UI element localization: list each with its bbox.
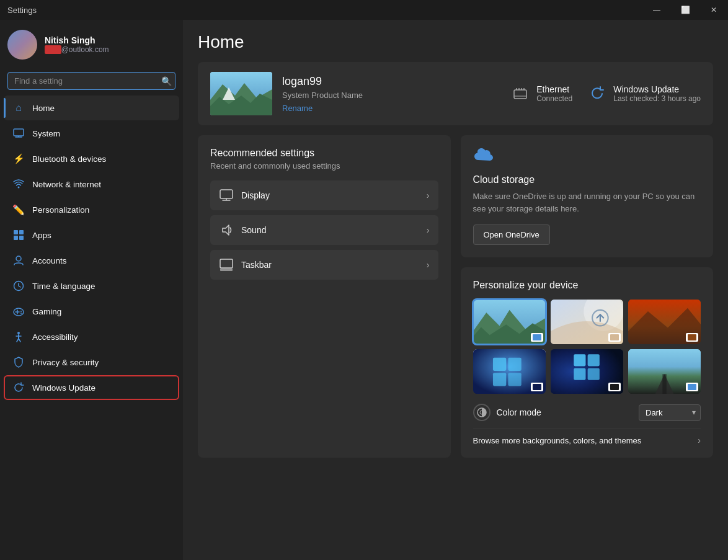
minimize-button[interactable]: —	[642, 0, 671, 20]
sidebar-item-label: Time & language	[32, 282, 95, 291]
titlebar: Settings — ⬜ ✕	[0, 0, 728, 20]
svg-rect-48	[587, 354, 599, 366]
user-profile[interactable]: Nitish Singh @outlook.com	[0, 20, 183, 69]
recommended-subtitle: Recent and commonly used settings	[210, 161, 438, 171]
wallpaper-2[interactable]	[551, 300, 623, 344]
settings-item-sound[interactable]: Sound ›	[210, 215, 438, 245]
color-mode-dropdown[interactable]: Dark Light Custom	[639, 404, 701, 421]
wallpaper-4[interactable]	[473, 349, 546, 394]
right-panel: Cloud storage Make sure OneDrive is up a…	[461, 135, 714, 458]
color-mode-row: Color mode Dark Light Custom	[473, 404, 701, 421]
search-box: 🔍	[7, 72, 175, 90]
content-grid: Recommended settings Recent and commonly…	[198, 135, 713, 458]
sidebar-item-label: Apps	[32, 231, 51, 240]
wallpaper-5[interactable]	[551, 349, 623, 394]
sidebar: Nitish Singh @outlook.com 🔍 ⌂ Home	[0, 20, 183, 560]
sidebar-item-update[interactable]: Windows Update	[4, 375, 179, 400]
settings-item-sound-left: Sound	[219, 223, 266, 238]
svg-rect-5	[19, 230, 24, 234]
sidebar-item-time[interactable]: Time & language	[4, 273, 179, 298]
sidebar-item-label: System	[32, 129, 60, 138]
browse-themes-row[interactable]: Browse more backgrounds, colors, and the…	[473, 429, 701, 445]
cloud-desc: Make sure OneDrive is up and running on …	[473, 190, 701, 215]
device-thumbnail	[210, 72, 272, 115]
taskbar-chevron: ›	[427, 260, 430, 270]
ethernet-status: Ethernet Connected	[510, 84, 572, 104]
svg-rect-49	[574, 368, 585, 380]
cloud-title: Cloud storage	[473, 174, 701, 185]
system-icon	[12, 127, 25, 140]
gaming-icon	[12, 305, 25, 318]
svg-point-8	[16, 256, 21, 261]
svg-rect-45	[508, 373, 521, 386]
user-email: @outlook.com	[45, 45, 175, 54]
wallpaper-1[interactable]	[473, 300, 546, 344]
windows-update-subtitle: Last checked: 3 hours ago	[613, 94, 701, 103]
svg-rect-31	[220, 269, 233, 271]
nav-list: ⌂ Home System ⚡ Bluetooth & devices	[0, 95, 183, 560]
sidebar-item-gaming[interactable]: Gaming	[4, 299, 179, 324]
sidebar-item-bluetooth[interactable]: ⚡ Bluetooth & devices	[4, 146, 179, 171]
sidebar-item-accounts[interactable]: Accounts	[4, 248, 179, 273]
device-status-group: Ethernet Connected Windows Update Las	[510, 84, 701, 104]
sidebar-item-label: Accessibility	[32, 332, 78, 342]
privacy-icon	[12, 356, 25, 368]
svg-point-13	[20, 311, 22, 312]
sidebar-item-network[interactable]: Network & internet	[4, 172, 179, 197]
sidebar-item-label: Gaming	[32, 307, 61, 316]
ethernet-title: Ethernet	[536, 84, 572, 94]
search-icon: 🔍	[161, 76, 172, 86]
device-model: System Product Name	[282, 91, 500, 100]
display-label: Display	[241, 190, 270, 200]
svg-rect-44	[492, 373, 505, 386]
maximize-button[interactable]: ⬜	[671, 0, 699, 20]
wallpaper-2-badge	[608, 333, 621, 342]
network-icon	[12, 178, 25, 190]
svg-rect-42	[492, 358, 505, 371]
browse-themes-chevron: ›	[698, 435, 701, 445]
sidebar-item-personalization[interactable]: ✏️ Personalization	[4, 197, 179, 222]
svg-rect-6	[14, 236, 18, 240]
svg-point-14	[20, 313, 22, 314]
recommended-card: Recommended settings Recent and commonly…	[198, 135, 451, 458]
sidebar-item-home[interactable]: ⌂ Home	[4, 96, 179, 120]
wallpaper-1-badge	[531, 333, 543, 342]
color-mode-dropdown-wrapper[interactable]: Dark Light Custom	[639, 404, 701, 421]
personalize-card: Personalize your device	[461, 267, 714, 458]
windows-update-info: Windows Update Last checked: 3 hours ago	[613, 84, 701, 103]
svg-rect-7	[19, 236, 24, 240]
sound-label: Sound	[241, 225, 266, 235]
app-container: Nitish Singh @outlook.com 🔍 ⌂ Home	[0, 20, 728, 560]
ethernet-info: Ethernet Connected	[536, 84, 572, 103]
page-title: Home	[198, 32, 713, 52]
avatar	[7, 30, 37, 60]
display-icon	[219, 188, 234, 203]
time-icon	[12, 280, 25, 292]
settings-item-taskbar[interactable]: Taskbar ›	[210, 250, 438, 280]
user-info: Nitish Singh @outlook.com	[45, 35, 175, 54]
sidebar-item-accessibility[interactable]: Accessibility	[4, 324, 179, 349]
close-button[interactable]: ✕	[699, 0, 728, 20]
display-chevron: ›	[427, 190, 430, 200]
svg-marker-18	[210, 94, 272, 115]
device-rename-link[interactable]: Rename	[282, 104, 500, 113]
settings-item-taskbar-left: Taskbar	[219, 257, 272, 272]
open-onedrive-button[interactable]: Open OneDrive	[473, 224, 550, 245]
settings-item-display[interactable]: Display ›	[210, 180, 438, 210]
sidebar-item-label: Privacy & security	[32, 358, 99, 367]
sidebar-item-label: Bluetooth & devices	[32, 154, 106, 164]
wallpaper-4-badge	[531, 383, 543, 391]
wallpaper-6[interactable]	[628, 349, 701, 394]
svg-rect-50	[587, 368, 599, 380]
sidebar-item-system[interactable]: System	[4, 121, 179, 146]
windows-update-status: Windows Update Last checked: 3 hours ago	[587, 84, 701, 104]
search-input[interactable]	[7, 72, 175, 90]
app-title: Settings	[7, 6, 37, 15]
color-mode-icon	[473, 404, 491, 421]
sidebar-item-apps[interactable]: Apps	[4, 223, 179, 247]
device-card: logan99 System Product Name Rename	[198, 62, 713, 125]
sidebar-item-privacy[interactable]: Privacy & security	[4, 350, 179, 375]
ethernet-icon	[510, 84, 530, 104]
sidebar-item-label: Home	[32, 104, 55, 113]
wallpaper-3[interactable]	[628, 300, 701, 344]
